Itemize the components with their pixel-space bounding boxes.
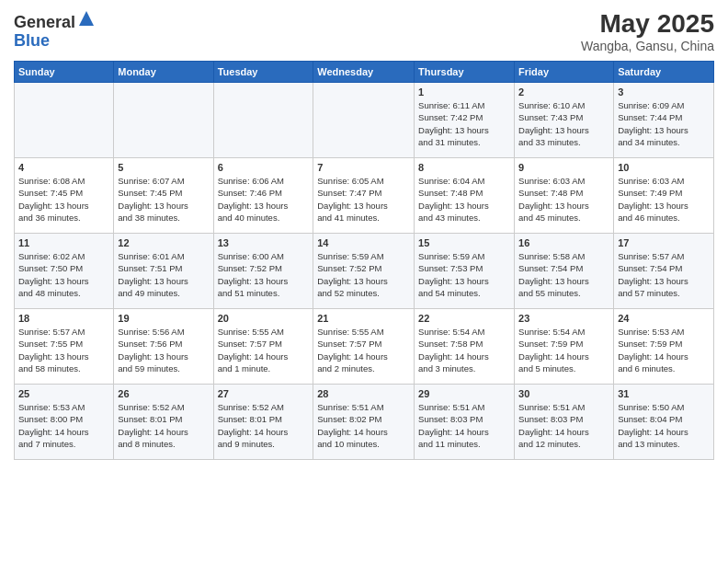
day-number: 4 xyxy=(18,162,109,173)
day-number: 16 xyxy=(518,237,609,248)
day-info: Sunrise: 6:07 AMSunset: 7:45 PMDaylight:… xyxy=(118,175,209,224)
svg-marker-0 xyxy=(79,11,94,26)
day-info: Sunrise: 6:09 AMSunset: 7:44 PMDaylight:… xyxy=(618,99,710,148)
calendar-week-3: 11Sunrise: 6:02 AMSunset: 7:50 PMDayligh… xyxy=(15,234,714,309)
day-info: Sunrise: 5:59 AMSunset: 7:52 PMDaylight:… xyxy=(317,250,410,299)
day-number: 11 xyxy=(18,237,109,248)
day-info: Sunrise: 5:58 AMSunset: 7:54 PMDaylight:… xyxy=(518,250,609,299)
day-info: Sunrise: 5:51 AMSunset: 8:02 PMDaylight:… xyxy=(317,401,410,450)
col-sunday: Sunday xyxy=(15,62,114,83)
day-info: Sunrise: 6:02 AMSunset: 7:50 PMDaylight:… xyxy=(18,250,109,299)
day-number: 1 xyxy=(418,86,510,98)
calendar-cell: 16Sunrise: 5:58 AMSunset: 7:54 PMDayligh… xyxy=(515,234,614,309)
calendar-cell: 1Sunrise: 6:11 AMSunset: 7:42 PMDaylight… xyxy=(415,83,515,158)
page-container: General Blue May 2025 Wangba, Gansu, Chi… xyxy=(0,0,728,563)
calendar-cell: 9Sunrise: 6:03 AMSunset: 7:48 PMDaylight… xyxy=(515,158,614,234)
day-info: Sunrise: 5:50 AMSunset: 8:04 PMDaylight:… xyxy=(618,401,710,450)
day-info: Sunrise: 6:11 AMSunset: 7:42 PMDaylight:… xyxy=(418,99,510,148)
day-number: 6 xyxy=(218,162,310,173)
calendar-cell xyxy=(15,83,114,158)
calendar-cell: 7Sunrise: 6:05 AMSunset: 7:47 PMDaylight… xyxy=(313,158,415,234)
calendar-cell: 19Sunrise: 5:56 AMSunset: 7:56 PMDayligh… xyxy=(114,309,213,385)
day-number: 17 xyxy=(618,237,710,248)
calendar-cell: 20Sunrise: 5:55 AMSunset: 7:57 PMDayligh… xyxy=(213,309,313,385)
weekday-row: Sunday Monday Tuesday Wednesday Thursday… xyxy=(15,62,714,83)
day-number: 31 xyxy=(618,388,710,399)
day-number: 20 xyxy=(218,313,310,324)
title-block: May 2025 Wangba, Gansu, China xyxy=(581,9,714,53)
day-info: Sunrise: 5:53 AMSunset: 8:00 PMDaylight:… xyxy=(18,401,109,450)
day-number: 5 xyxy=(118,162,209,173)
calendar-week-1: 1Sunrise: 6:11 AMSunset: 7:42 PMDaylight… xyxy=(15,83,714,158)
calendar-body: 1Sunrise: 6:11 AMSunset: 7:42 PMDaylight… xyxy=(15,83,714,460)
calendar-week-4: 18Sunrise: 5:57 AMSunset: 7:55 PMDayligh… xyxy=(15,309,714,385)
month-title: May 2025 xyxy=(581,9,714,39)
day-number: 13 xyxy=(218,237,310,248)
day-info: Sunrise: 6:08 AMSunset: 7:45 PMDaylight:… xyxy=(18,175,109,224)
calendar-cell: 13Sunrise: 6:00 AMSunset: 7:52 PMDayligh… xyxy=(213,234,313,309)
day-info: Sunrise: 5:57 AMSunset: 7:54 PMDaylight:… xyxy=(618,250,710,299)
calendar-cell: 2Sunrise: 6:10 AMSunset: 7:43 PMDaylight… xyxy=(515,83,614,158)
day-number: 25 xyxy=(18,388,109,399)
calendar-cell: 12Sunrise: 6:01 AMSunset: 7:51 PMDayligh… xyxy=(114,234,213,309)
day-info: Sunrise: 5:54 AMSunset: 7:59 PMDaylight:… xyxy=(518,326,609,374)
day-info: Sunrise: 6:03 AMSunset: 7:48 PMDaylight:… xyxy=(518,175,609,224)
day-number: 28 xyxy=(317,388,410,399)
calendar-cell: 28Sunrise: 5:51 AMSunset: 8:02 PMDayligh… xyxy=(313,385,415,460)
day-info: Sunrise: 5:54 AMSunset: 7:58 PMDaylight:… xyxy=(418,326,510,374)
day-info: Sunrise: 5:59 AMSunset: 7:53 PMDaylight:… xyxy=(418,250,510,299)
calendar-cell: 4Sunrise: 6:08 AMSunset: 7:45 PMDaylight… xyxy=(15,158,114,234)
logo-blue-text: Blue xyxy=(14,31,50,50)
day-number: 10 xyxy=(618,162,710,173)
calendar-cell: 3Sunrise: 6:09 AMSunset: 7:44 PMDaylight… xyxy=(614,83,714,158)
calendar-cell xyxy=(213,83,313,158)
calendar-cell: 8Sunrise: 6:04 AMSunset: 7:48 PMDaylight… xyxy=(415,158,515,234)
day-number: 8 xyxy=(418,162,510,173)
day-number: 7 xyxy=(317,162,410,173)
day-number: 12 xyxy=(118,237,209,248)
day-info: Sunrise: 5:56 AMSunset: 7:56 PMDaylight:… xyxy=(118,326,209,374)
day-info: Sunrise: 6:00 AMSunset: 7:52 PMDaylight:… xyxy=(218,250,310,299)
col-friday: Friday xyxy=(515,62,614,83)
day-info: Sunrise: 6:10 AMSunset: 7:43 PMDaylight:… xyxy=(518,99,609,148)
calendar-cell: 24Sunrise: 5:53 AMSunset: 7:59 PMDayligh… xyxy=(614,309,714,385)
day-number: 19 xyxy=(118,313,209,324)
calendar-cell: 6Sunrise: 6:06 AMSunset: 7:46 PMDaylight… xyxy=(213,158,313,234)
day-number: 18 xyxy=(18,313,109,324)
day-info: Sunrise: 5:55 AMSunset: 7:57 PMDaylight:… xyxy=(317,326,410,374)
calendar-cell: 29Sunrise: 5:51 AMSunset: 8:03 PMDayligh… xyxy=(415,385,515,460)
day-number: 3 xyxy=(618,86,710,98)
col-wednesday: Wednesday xyxy=(313,62,415,83)
day-number: 26 xyxy=(118,388,209,399)
location: Wangba, Gansu, China xyxy=(581,39,714,53)
day-info: Sunrise: 5:51 AMSunset: 8:03 PMDaylight:… xyxy=(518,401,609,450)
calendar-week-2: 4Sunrise: 6:08 AMSunset: 7:45 PMDaylight… xyxy=(15,158,714,234)
day-number: 27 xyxy=(218,388,310,399)
day-number: 2 xyxy=(518,86,609,98)
calendar-cell: 14Sunrise: 5:59 AMSunset: 7:52 PMDayligh… xyxy=(313,234,415,309)
calendar-table: Sunday Monday Tuesday Wednesday Thursday… xyxy=(14,61,714,460)
col-monday: Monday xyxy=(114,62,213,83)
calendar-header: Sunday Monday Tuesday Wednesday Thursday… xyxy=(15,62,714,83)
calendar-cell: 25Sunrise: 5:53 AMSunset: 8:00 PMDayligh… xyxy=(15,385,114,460)
calendar-week-5: 25Sunrise: 5:53 AMSunset: 8:00 PMDayligh… xyxy=(15,385,714,460)
col-tuesday: Tuesday xyxy=(213,62,313,83)
calendar-cell: 15Sunrise: 5:59 AMSunset: 7:53 PMDayligh… xyxy=(415,234,515,309)
day-info: Sunrise: 5:52 AMSunset: 8:01 PMDaylight:… xyxy=(118,401,209,450)
calendar-cell: 31Sunrise: 5:50 AMSunset: 8:04 PMDayligh… xyxy=(614,385,714,460)
day-info: Sunrise: 6:01 AMSunset: 7:51 PMDaylight:… xyxy=(118,250,209,299)
day-number: 23 xyxy=(518,313,609,324)
calendar-cell: 17Sunrise: 5:57 AMSunset: 7:54 PMDayligh… xyxy=(614,234,714,309)
calendar-cell: 22Sunrise: 5:54 AMSunset: 7:58 PMDayligh… xyxy=(415,309,515,385)
day-info: Sunrise: 5:51 AMSunset: 8:03 PMDaylight:… xyxy=(418,401,510,450)
calendar-cell: 11Sunrise: 6:02 AMSunset: 7:50 PMDayligh… xyxy=(15,234,114,309)
day-info: Sunrise: 5:55 AMSunset: 7:57 PMDaylight:… xyxy=(218,326,310,374)
day-info: Sunrise: 5:57 AMSunset: 7:55 PMDaylight:… xyxy=(18,326,109,374)
day-info: Sunrise: 6:03 AMSunset: 7:49 PMDaylight:… xyxy=(618,175,710,224)
calendar-cell: 23Sunrise: 5:54 AMSunset: 7:59 PMDayligh… xyxy=(515,309,614,385)
day-info: Sunrise: 5:52 AMSunset: 8:01 PMDaylight:… xyxy=(218,401,310,450)
day-number: 29 xyxy=(418,388,510,399)
calendar-cell xyxy=(114,83,213,158)
calendar-cell: 10Sunrise: 6:03 AMSunset: 7:49 PMDayligh… xyxy=(614,158,714,234)
day-number: 14 xyxy=(317,237,410,248)
